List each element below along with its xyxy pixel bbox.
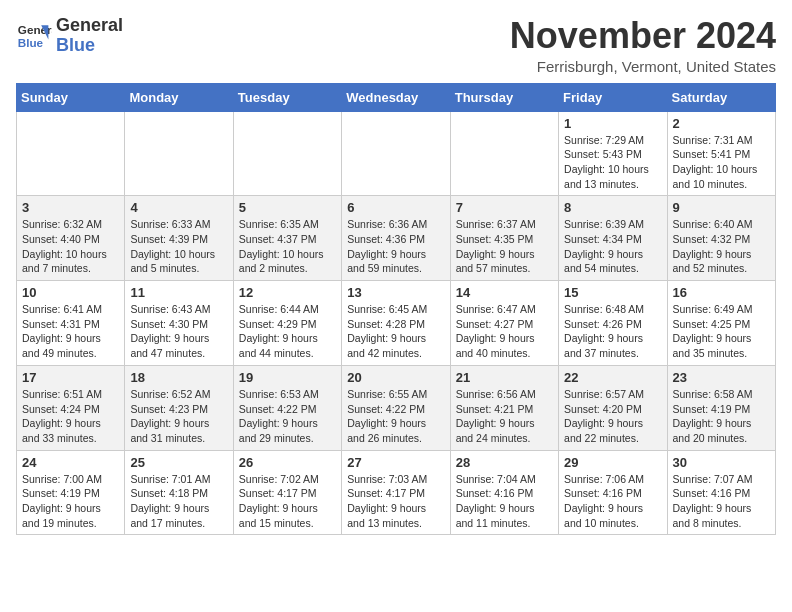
day-number: 5	[239, 200, 336, 215]
day-info: Sunrise: 6:56 AM Sunset: 4:21 PM Dayligh…	[456, 387, 553, 446]
day-info: Sunrise: 6:53 AM Sunset: 4:22 PM Dayligh…	[239, 387, 336, 446]
calendar-cell	[450, 111, 558, 196]
day-number: 3	[22, 200, 119, 215]
day-info: Sunrise: 6:44 AM Sunset: 4:29 PM Dayligh…	[239, 302, 336, 361]
day-info: Sunrise: 6:47 AM Sunset: 4:27 PM Dayligh…	[456, 302, 553, 361]
location: Ferrisburgh, Vermont, United States	[510, 58, 776, 75]
day-number: 7	[456, 200, 553, 215]
day-of-week-header: Saturday	[667, 83, 775, 111]
calendar-week-row: 3Sunrise: 6:32 AM Sunset: 4:40 PM Daylig…	[17, 196, 776, 281]
calendar-cell: 19Sunrise: 6:53 AM Sunset: 4:22 PM Dayli…	[233, 365, 341, 450]
calendar-cell: 3Sunrise: 6:32 AM Sunset: 4:40 PM Daylig…	[17, 196, 125, 281]
calendar-week-row: 10Sunrise: 6:41 AM Sunset: 4:31 PM Dayli…	[17, 281, 776, 366]
day-info: Sunrise: 6:58 AM Sunset: 4:19 PM Dayligh…	[673, 387, 770, 446]
calendar-cell	[342, 111, 450, 196]
day-info: Sunrise: 7:00 AM Sunset: 4:19 PM Dayligh…	[22, 472, 119, 531]
calendar-cell: 7Sunrise: 6:37 AM Sunset: 4:35 PM Daylig…	[450, 196, 558, 281]
day-number: 8	[564, 200, 661, 215]
logo: General Blue General Blue	[16, 16, 123, 56]
calendar-cell: 27Sunrise: 7:03 AM Sunset: 4:17 PM Dayli…	[342, 450, 450, 535]
day-number: 19	[239, 370, 336, 385]
day-info: Sunrise: 7:29 AM Sunset: 5:43 PM Dayligh…	[564, 133, 661, 192]
calendar-cell	[125, 111, 233, 196]
calendar-cell: 24Sunrise: 7:00 AM Sunset: 4:19 PM Dayli…	[17, 450, 125, 535]
day-info: Sunrise: 6:57 AM Sunset: 4:20 PM Dayligh…	[564, 387, 661, 446]
day-info: Sunrise: 6:33 AM Sunset: 4:39 PM Dayligh…	[130, 217, 227, 276]
calendar-cell: 28Sunrise: 7:04 AM Sunset: 4:16 PM Dayli…	[450, 450, 558, 535]
day-number: 11	[130, 285, 227, 300]
day-info: Sunrise: 6:40 AM Sunset: 4:32 PM Dayligh…	[673, 217, 770, 276]
calendar-cell: 4Sunrise: 6:33 AM Sunset: 4:39 PM Daylig…	[125, 196, 233, 281]
day-number: 30	[673, 455, 770, 470]
calendar-cell: 15Sunrise: 6:48 AM Sunset: 4:26 PM Dayli…	[559, 281, 667, 366]
calendar-cell: 30Sunrise: 7:07 AM Sunset: 4:16 PM Dayli…	[667, 450, 775, 535]
day-number: 16	[673, 285, 770, 300]
logo-icon: General Blue	[16, 18, 52, 54]
calendar-cell	[233, 111, 341, 196]
calendar-cell: 20Sunrise: 6:55 AM Sunset: 4:22 PM Dayli…	[342, 365, 450, 450]
header-row: SundayMondayTuesdayWednesdayThursdayFrid…	[17, 83, 776, 111]
day-number: 24	[22, 455, 119, 470]
calendar-cell: 6Sunrise: 6:36 AM Sunset: 4:36 PM Daylig…	[342, 196, 450, 281]
day-info: Sunrise: 7:07 AM Sunset: 4:16 PM Dayligh…	[673, 472, 770, 531]
day-number: 6	[347, 200, 444, 215]
calendar-week-row: 24Sunrise: 7:00 AM Sunset: 4:19 PM Dayli…	[17, 450, 776, 535]
day-number: 18	[130, 370, 227, 385]
day-info: Sunrise: 7:31 AM Sunset: 5:41 PM Dayligh…	[673, 133, 770, 192]
calendar-cell: 10Sunrise: 6:41 AM Sunset: 4:31 PM Dayli…	[17, 281, 125, 366]
calendar-cell: 16Sunrise: 6:49 AM Sunset: 4:25 PM Dayli…	[667, 281, 775, 366]
day-info: Sunrise: 6:39 AM Sunset: 4:34 PM Dayligh…	[564, 217, 661, 276]
calendar-week-row: 1Sunrise: 7:29 AM Sunset: 5:43 PM Daylig…	[17, 111, 776, 196]
day-info: Sunrise: 6:49 AM Sunset: 4:25 PM Dayligh…	[673, 302, 770, 361]
day-info: Sunrise: 7:04 AM Sunset: 4:16 PM Dayligh…	[456, 472, 553, 531]
day-info: Sunrise: 6:36 AM Sunset: 4:36 PM Dayligh…	[347, 217, 444, 276]
calendar-body: 1Sunrise: 7:29 AM Sunset: 5:43 PM Daylig…	[17, 111, 776, 535]
calendar-cell: 23Sunrise: 6:58 AM Sunset: 4:19 PM Dayli…	[667, 365, 775, 450]
svg-text:Blue: Blue	[18, 36, 44, 49]
calendar-cell: 21Sunrise: 6:56 AM Sunset: 4:21 PM Dayli…	[450, 365, 558, 450]
calendar-cell	[17, 111, 125, 196]
day-number: 21	[456, 370, 553, 385]
calendar-cell: 13Sunrise: 6:45 AM Sunset: 4:28 PM Dayli…	[342, 281, 450, 366]
calendar-cell: 1Sunrise: 7:29 AM Sunset: 5:43 PM Daylig…	[559, 111, 667, 196]
day-number: 20	[347, 370, 444, 385]
calendar-cell: 9Sunrise: 6:40 AM Sunset: 4:32 PM Daylig…	[667, 196, 775, 281]
calendar-cell: 17Sunrise: 6:51 AM Sunset: 4:24 PM Dayli…	[17, 365, 125, 450]
day-number: 12	[239, 285, 336, 300]
day-info: Sunrise: 6:37 AM Sunset: 4:35 PM Dayligh…	[456, 217, 553, 276]
calendar-cell: 14Sunrise: 6:47 AM Sunset: 4:27 PM Dayli…	[450, 281, 558, 366]
day-info: Sunrise: 6:48 AM Sunset: 4:26 PM Dayligh…	[564, 302, 661, 361]
calendar-cell: 5Sunrise: 6:35 AM Sunset: 4:37 PM Daylig…	[233, 196, 341, 281]
day-info: Sunrise: 6:55 AM Sunset: 4:22 PM Dayligh…	[347, 387, 444, 446]
day-number: 28	[456, 455, 553, 470]
day-number: 23	[673, 370, 770, 385]
logo-line1: General	[56, 16, 123, 36]
day-of-week-header: Wednesday	[342, 83, 450, 111]
month-title: November 2024	[510, 16, 776, 56]
day-of-week-header: Thursday	[450, 83, 558, 111]
day-number: 9	[673, 200, 770, 215]
day-info: Sunrise: 7:01 AM Sunset: 4:18 PM Dayligh…	[130, 472, 227, 531]
day-info: Sunrise: 7:06 AM Sunset: 4:16 PM Dayligh…	[564, 472, 661, 531]
title-area: November 2024 Ferrisburgh, Vermont, Unit…	[510, 16, 776, 75]
day-number: 15	[564, 285, 661, 300]
logo-text: General Blue	[56, 16, 123, 56]
calendar-cell: 2Sunrise: 7:31 AM Sunset: 5:41 PM Daylig…	[667, 111, 775, 196]
calendar-cell: 11Sunrise: 6:43 AM Sunset: 4:30 PM Dayli…	[125, 281, 233, 366]
calendar-cell: 22Sunrise: 6:57 AM Sunset: 4:20 PM Dayli…	[559, 365, 667, 450]
calendar-cell: 12Sunrise: 6:44 AM Sunset: 4:29 PM Dayli…	[233, 281, 341, 366]
calendar: SundayMondayTuesdayWednesdayThursdayFrid…	[16, 83, 776, 536]
calendar-cell: 26Sunrise: 7:02 AM Sunset: 4:17 PM Dayli…	[233, 450, 341, 535]
header: General Blue General Blue November 2024 …	[16, 16, 776, 75]
day-number: 26	[239, 455, 336, 470]
day-of-week-header: Friday	[559, 83, 667, 111]
day-info: Sunrise: 6:41 AM Sunset: 4:31 PM Dayligh…	[22, 302, 119, 361]
calendar-cell: 25Sunrise: 7:01 AM Sunset: 4:18 PM Dayli…	[125, 450, 233, 535]
calendar-week-row: 17Sunrise: 6:51 AM Sunset: 4:24 PM Dayli…	[17, 365, 776, 450]
day-info: Sunrise: 6:43 AM Sunset: 4:30 PM Dayligh…	[130, 302, 227, 361]
day-number: 10	[22, 285, 119, 300]
day-number: 13	[347, 285, 444, 300]
day-number: 29	[564, 455, 661, 470]
day-number: 4	[130, 200, 227, 215]
day-number: 17	[22, 370, 119, 385]
